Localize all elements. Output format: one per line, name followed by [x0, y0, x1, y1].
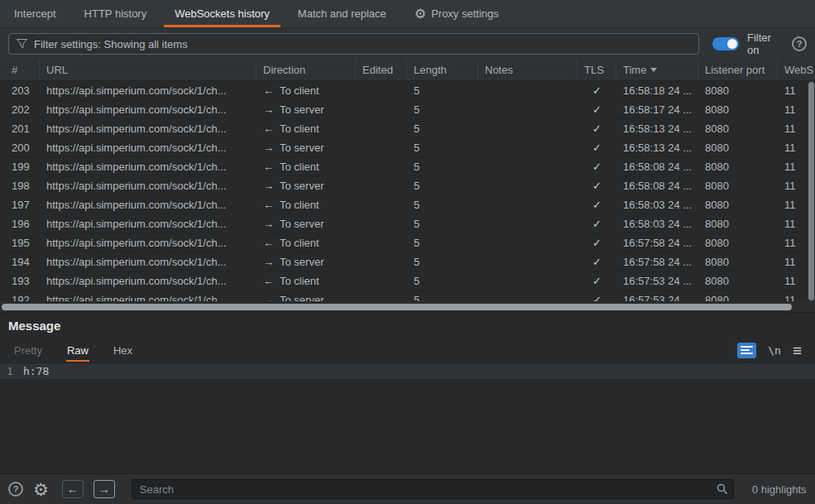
tab-intercept[interactable]: Intercept [0, 0, 70, 27]
cell-url: https://api.simperium.com/sock/1/ch... [40, 195, 256, 214]
direction-label: To client [280, 199, 319, 211]
col-header-url[interactable]: URL [40, 60, 256, 80]
cell-num: 202 [0, 100, 40, 118]
cell-direction: →To server [256, 252, 356, 271]
col-header-length[interactable]: Length [407, 60, 478, 80]
cell-listener-port: 8080 [698, 290, 778, 301]
cell-length: 5 [407, 176, 478, 194]
editor-menu-icon[interactable]: ≡ [793, 343, 802, 358]
col-header-notes[interactable]: Notes [478, 60, 578, 80]
col-header-num[interactable]: # [0, 60, 40, 80]
col-header-time[interactable]: Time [616, 60, 698, 80]
filter-on-label: Filter on [747, 31, 777, 56]
message-content: h:78 [23, 363, 49, 379]
cell-listener-port: 8080 [698, 271, 778, 290]
cell-notes [478, 271, 578, 290]
tls-check-icon: ✓ [578, 157, 616, 175]
table-row[interactable]: 195 https://api.simperium.com/sock/1/ch.… [0, 233, 815, 252]
table-row[interactable]: 194 https://api.simperium.com/sock/1/ch.… [0, 252, 815, 271]
cell-time: 16:57:53 24 ... [616, 271, 698, 290]
cell-length: 5 [407, 138, 478, 156]
cell-notes [478, 81, 578, 99]
editor-help-icon[interactable]: ? [8, 482, 23, 497]
vertical-scrollbar-thumb[interactable] [808, 82, 814, 300]
table-header-row: # URL Direction Edited Length Notes TLS … [0, 60, 815, 81]
direction-label: To client [280, 275, 319, 287]
cell-listener-port: 8080 [698, 176, 778, 194]
col-header-tls[interactable]: TLS [578, 60, 616, 80]
cell-time: 16:58:17 24 ... [616, 100, 698, 118]
search-icon[interactable] [717, 483, 728, 495]
horizontal-scrollbar-thumb[interactable] [2, 304, 792, 310]
cell-edited [356, 119, 407, 137]
tab-match-and-replace[interactable]: Match and replace [284, 0, 400, 27]
cell-length: 5 [407, 119, 478, 137]
table-row[interactable]: 192 https://api.simperium.com/sock/1/ch.… [0, 290, 815, 301]
cell-edited [356, 176, 407, 194]
editor-settings-gear-icon[interactable]: ⚙ [33, 481, 49, 498]
table-row[interactable]: 203 https://api.simperium.com/sock/1/ch.… [0, 81, 815, 100]
filter-settings-field[interactable]: Filter settings: Showing all items [8, 33, 699, 55]
cell-direction: →To server [256, 214, 356, 233]
previous-match-button[interactable]: ← [62, 480, 84, 498]
next-match-button[interactable]: → [93, 480, 115, 498]
burp-proxy-window: Intercept HTTP history WebSockets histor… [0, 0, 815, 504]
tls-check-icon: ✓ [578, 271, 616, 290]
table-row[interactable]: 202 https://api.simperium.com/sock/1/ch.… [0, 100, 815, 119]
cell-notes [478, 100, 578, 118]
col-header-direction[interactable]: Direction [256, 60, 356, 80]
cell-time: 16:58:08 24 ... [616, 157, 698, 175]
cell-time: 16:58:13 24 ... [616, 138, 698, 156]
cell-edited [356, 100, 407, 118]
filter-on-toggle[interactable] [712, 37, 739, 50]
table-row[interactable]: 198 https://api.simperium.com/sock/1/ch.… [0, 176, 815, 195]
cell-direction: ←To client [256, 81, 356, 99]
direction-arrow-icon: ← [263, 237, 274, 249]
help-glyph: ? [13, 484, 19, 494]
cell-direction: →To server [256, 100, 356, 118]
show-newlines-icon[interactable]: \n [768, 344, 781, 357]
cell-url: https://api.simperium.com/sock/1/ch... [40, 100, 256, 118]
cell-url: https://api.simperium.com/sock/1/ch... [40, 214, 256, 233]
col-header-websocket[interactable]: WebS [778, 60, 815, 80]
help-icon[interactable]: ? [792, 36, 807, 51]
tls-check-icon: ✓ [578, 119, 616, 137]
col-header-edited[interactable]: Edited [356, 60, 407, 80]
cell-num: 197 [0, 195, 40, 214]
table-body: 203 https://api.simperium.com/sock/1/ch.… [0, 81, 815, 301]
left-arrow-icon: ← [67, 482, 79, 496]
direction-label: To server [280, 256, 324, 268]
cell-direction: ←To client [256, 271, 356, 290]
horizontal-scrollbar[interactable] [0, 301, 815, 313]
table-row[interactable]: 196 https://api.simperium.com/sock/1/ch.… [0, 214, 815, 233]
search-input[interactable] [132, 479, 734, 499]
tab-raw[interactable]: Raw [66, 339, 89, 362]
cell-notes [478, 233, 578, 252]
tls-check-icon: ✓ [578, 81, 616, 99]
message-editor[interactable]: 1 h:78 [0, 362, 815, 473]
soft-wrap-icon[interactable] [737, 343, 756, 358]
cell-num: 198 [0, 176, 40, 194]
tab-pretty[interactable]: Pretty [13, 339, 43, 362]
sort-desc-icon [650, 68, 657, 72]
vertical-scrollbar[interactable] [808, 81, 815, 301]
cell-edited [356, 138, 407, 156]
cell-time: 16:57:53 24 ... [616, 290, 698, 301]
table-row[interactable]: 193 https://api.simperium.com/sock/1/ch.… [0, 271, 815, 290]
col-header-listener-port[interactable]: Listener port [698, 60, 778, 80]
cell-listener-port: 8080 [698, 233, 778, 252]
tab-hex[interactable]: Hex [113, 339, 133, 362]
cell-notes [478, 119, 578, 137]
tab-http-history[interactable]: HTTP history [70, 0, 161, 27]
tls-check-icon: ✓ [578, 214, 616, 233]
toggle-knob [727, 39, 737, 49]
table-row[interactable]: 199 https://api.simperium.com/sock/1/ch.… [0, 157, 815, 176]
table-row[interactable]: 201 https://api.simperium.com/sock/1/ch.… [0, 119, 815, 138]
table-row[interactable]: 197 https://api.simperium.com/sock/1/ch.… [0, 195, 815, 214]
tab-websockets-history[interactable]: WebSockets history [161, 0, 284, 27]
tab-proxy-settings[interactable]: ⚙ Proxy settings [400, 0, 513, 27]
cell-length: 5 [407, 214, 478, 233]
cell-num: 203 [0, 81, 40, 99]
table-row[interactable]: 200 https://api.simperium.com/sock/1/ch.… [0, 138, 815, 157]
line-number: 1 [0, 363, 23, 379]
